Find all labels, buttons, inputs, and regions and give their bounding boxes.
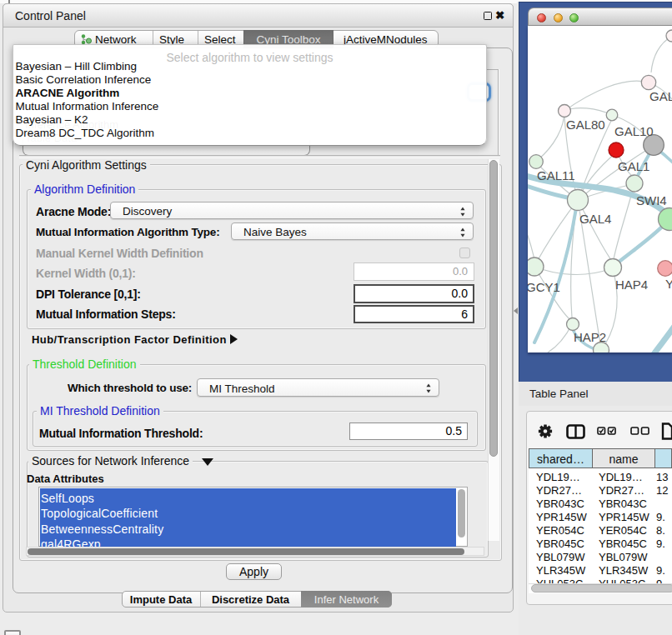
svg-text:HAP2: HAP2 — [574, 330, 606, 344]
svg-text:HAP4: HAP4 — [615, 278, 648, 292]
svg-text:Y: Y — [665, 277, 672, 291]
svg-text:GAL1: GAL1 — [618, 159, 649, 173]
svg-text:GAL10: GAL10 — [614, 124, 654, 138]
svg-text:GAL2: GAL2 — [649, 89, 672, 103]
svg-text:GCY1: GCY1 — [528, 280, 560, 294]
svg-text:GAL4: GAL4 — [579, 212, 611, 226]
svg-text:GAL80: GAL80 — [566, 118, 605, 132]
svg-text:SWI4: SWI4 — [636, 193, 667, 208]
svg-text:GAL11: GAL11 — [537, 168, 575, 182]
